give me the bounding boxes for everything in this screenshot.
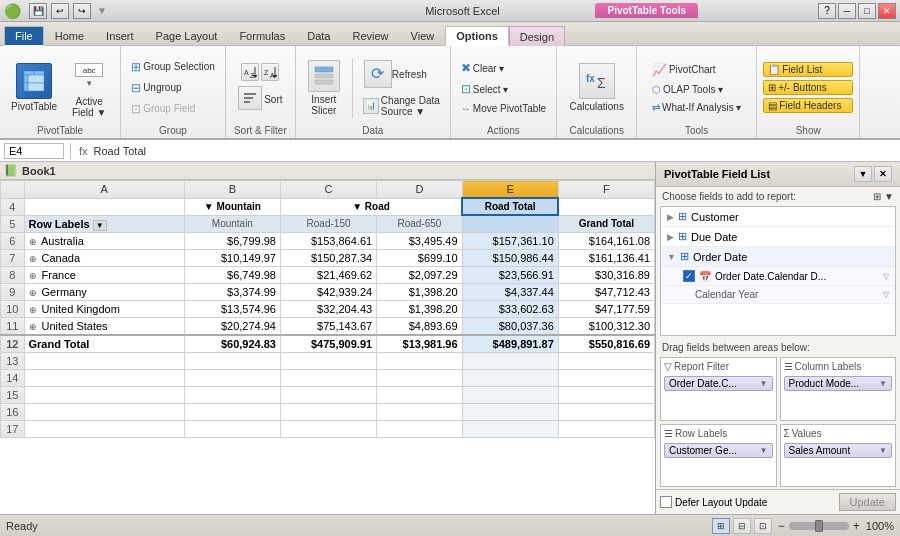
- minimize-btn[interactable]: ─: [838, 3, 856, 19]
- buttons-toggle-button[interactable]: ⊞ +/- Buttons: [763, 80, 853, 95]
- field-list-button[interactable]: 📋 Field List: [763, 62, 853, 77]
- order-date-expand-icon[interactable]: ▼: [667, 252, 676, 262]
- tab-page-layout[interactable]: Page Layout: [145, 25, 229, 45]
- order-date-calendar-checkbox[interactable]: ✓: [683, 270, 695, 282]
- pivot-fields-list[interactable]: ▶ ⊞ Customer ▶ ⊞ Due Date ▼ ⊞ Order Date…: [660, 206, 896, 336]
- report-filter-chip[interactable]: Order Date.C... ▼: [664, 376, 773, 391]
- undo-btn[interactable]: ↩: [51, 3, 69, 19]
- col-header-b[interactable]: B: [184, 181, 280, 199]
- col-header-f[interactable]: F: [558, 181, 654, 199]
- table-row[interactable]: 7 ⊕ Canada $10,149.97 $150,287.34 $699.1…: [1, 249, 655, 266]
- column-labels-chip-arrow[interactable]: ▼: [879, 379, 887, 388]
- table-row[interactable]: 10 ⊕ United Kingdom $13,574.96 $32,204.4…: [1, 300, 655, 317]
- row-labels-chip-arrow[interactable]: ▼: [760, 446, 768, 455]
- drop-zone-values[interactable]: Σ Values Sales Amount ▼: [780, 424, 897, 488]
- report-filter-chip-arrow[interactable]: ▼: [760, 379, 768, 388]
- page-layout-view-btn[interactable]: ⊟: [733, 518, 751, 534]
- zoom-out-btn[interactable]: −: [778, 519, 785, 533]
- change-data-source-button[interactable]: 📊 Change DataSource ▼: [359, 93, 444, 119]
- olap-tools-button[interactable]: ⬡ OLAP Tools ▾: [648, 82, 727, 97]
- tab-data[interactable]: Data: [296, 25, 341, 45]
- due-date-expand-icon[interactable]: ▶: [667, 232, 674, 242]
- values-chip[interactable]: Sales Amount ▼: [784, 443, 893, 458]
- tab-file[interactable]: File: [4, 26, 44, 46]
- group-selection-button[interactable]: ⊞ Group Selection: [127, 58, 219, 76]
- tab-options[interactable]: Options: [445, 26, 509, 46]
- restore-btn[interactable]: □: [858, 3, 876, 19]
- move-pivot-button[interactable]: ↔ Move PivotTable: [457, 101, 550, 116]
- clear-button[interactable]: ✖ Clear ▾: [457, 59, 509, 77]
- cell-a15[interactable]: [24, 386, 184, 403]
- help-btn[interactable]: ?: [818, 3, 836, 19]
- calculations-button[interactable]: fx Σ Calculations: [564, 60, 628, 115]
- tab-formulas[interactable]: Formulas: [228, 25, 296, 45]
- zoom-slider[interactable]: [789, 522, 849, 530]
- field-headers-button[interactable]: ▤ Field Headers: [763, 98, 853, 113]
- tab-design[interactable]: Design: [509, 26, 565, 46]
- customize-arrow[interactable]: ▼: [97, 5, 107, 16]
- pivot-field-calendar-year[interactable]: Calendar Year ▽: [661, 286, 895, 304]
- cell-a14[interactable]: [24, 369, 184, 386]
- pivot-field-order-date[interactable]: ▼ ⊞ Order Date: [661, 247, 895, 267]
- table-row[interactable]: 8 ⊕ France $6,749.98 $21,469.62 $2,097.2…: [1, 266, 655, 283]
- refresh-button[interactable]: ⟳ Refresh: [359, 57, 444, 91]
- pivot-chart-button[interactable]: 📈 PivotChart: [648, 61, 720, 79]
- expand-france[interactable]: ⊕: [29, 271, 37, 281]
- select-button[interactable]: ⊡ Select ▾: [457, 80, 513, 98]
- sort-asc-button[interactable]: A Z: [241, 63, 259, 81]
- expand-australia[interactable]: ⊕: [29, 237, 37, 247]
- cell-e4[interactable]: Road Total: [462, 198, 558, 215]
- zoom-thumb[interactable]: [815, 520, 823, 532]
- table-row[interactable]: 6 ⊕ Australia $6,799.98 $153,864.61 $3,4…: [1, 232, 655, 249]
- drop-zone-report-filter[interactable]: ▽ Report Filter Order Date.C... ▼: [660, 357, 777, 421]
- col-header-e[interactable]: E: [462, 181, 558, 199]
- active-field-button[interactable]: abc ▼ ActiveField ▼: [64, 55, 114, 121]
- normal-view-btn[interactable]: ⊞: [712, 518, 730, 534]
- col-header-a[interactable]: A: [24, 181, 184, 199]
- pivottable-button[interactable]: PivotTable: [6, 60, 62, 115]
- save-btn[interactable]: 💾: [29, 3, 47, 19]
- pivot-field-due-date[interactable]: ▶ ⊞ Due Date: [661, 227, 895, 247]
- table-row[interactable]: 9 ⊕ Germany $3,374.99 $42,939.24 $1,398.…: [1, 283, 655, 300]
- insert-slicer-button[interactable]: InsertSlicer: [302, 57, 346, 119]
- drop-zone-row-labels[interactable]: ☰ Row Labels Customer Ge... ▼: [660, 424, 777, 488]
- tab-review[interactable]: Review: [341, 25, 399, 45]
- cell-a13[interactable]: [24, 352, 184, 369]
- pivot-panel-close-btn[interactable]: ✕: [874, 166, 892, 182]
- update-button[interactable]: Update: [839, 493, 896, 511]
- expand-uk[interactable]: ⊕: [29, 305, 37, 315]
- table-row[interactable]: 11 ⊕ United States $20,274.94 $75,143.67…: [1, 317, 655, 335]
- ungroup-button[interactable]: ⊟ Ungroup: [127, 79, 185, 97]
- tab-home[interactable]: Home: [44, 25, 95, 45]
- cell-a17[interactable]: [24, 420, 184, 437]
- tab-insert[interactable]: Insert: [95, 25, 145, 45]
- redo-btn[interactable]: ↪: [73, 3, 91, 19]
- sort-button[interactable]: Sort: [234, 84, 286, 112]
- column-labels-chip[interactable]: Product Mode... ▼: [784, 376, 893, 391]
- col-header-c[interactable]: C: [280, 181, 376, 199]
- spreadsheet-container[interactable]: A B C D E F 4 ▼ Mountain ▼ Road: [0, 180, 655, 514]
- expand-canada[interactable]: ⊕: [29, 254, 37, 264]
- close-btn[interactable]: ✕: [878, 3, 896, 19]
- drop-zone-column-labels[interactable]: ☰ Column Labels Product Mode... ▼: [780, 357, 897, 421]
- page-break-view-btn[interactable]: ⊡: [754, 518, 772, 534]
- expand-germany[interactable]: ⊕: [29, 288, 37, 298]
- pivot-field-order-date-calendar[interactable]: ✓ 📅 Order Date.Calendar D... ▽: [661, 267, 895, 286]
- values-chip-arrow[interactable]: ▼: [879, 446, 887, 455]
- customer-expand-icon[interactable]: ▶: [667, 212, 674, 222]
- cell-a16[interactable]: [24, 403, 184, 420]
- row-labels-chip[interactable]: Customer Ge... ▼: [664, 443, 773, 458]
- cell-reference-input[interactable]: [4, 143, 64, 159]
- pivot-panel-menu-btn[interactable]: ▼: [854, 166, 872, 182]
- zoom-in-btn[interactable]: +: [853, 519, 860, 533]
- what-if-button[interactable]: ⇄ What-If Analysis ▾: [648, 100, 745, 115]
- defer-checkbox[interactable]: [660, 496, 672, 508]
- col-header-d[interactable]: D: [377, 181, 462, 199]
- row-labels-dropdown[interactable]: ▼: [93, 220, 107, 231]
- sort-desc-button[interactable]: Z A: [261, 63, 279, 81]
- field-list-layout-btn[interactable]: ⊞ ▼: [873, 191, 894, 202]
- tab-view[interactable]: View: [400, 25, 446, 45]
- expand-us[interactable]: ⊕: [29, 322, 37, 332]
- pivot-field-customer[interactable]: ▶ ⊞ Customer: [661, 207, 895, 227]
- group-field-button[interactable]: ⊡ Group Field: [127, 100, 199, 118]
